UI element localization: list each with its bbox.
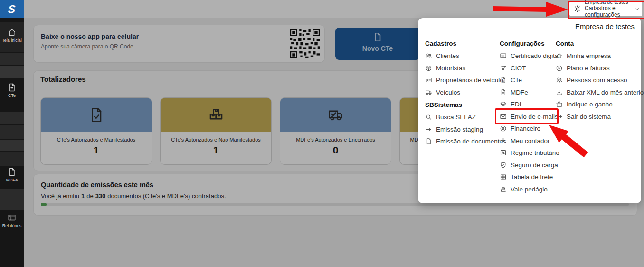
users-icon <box>556 76 563 84</box>
mail-icon <box>500 113 507 120</box>
menu-item-label: Veículos <box>436 89 460 96</box>
menu-item-label: CTe <box>511 76 522 84</box>
popover-company-title: Empresa de testes <box>575 22 635 30</box>
menu-item-label: Clientes <box>436 52 459 59</box>
menu-item-label: Baixar XML do mês anterior <box>567 89 644 96</box>
sidebar-item-mdfe[interactable]: MDFe <box>0 167 24 182</box>
menu-item-label: Envio de e-mails <box>511 113 558 120</box>
company-menu-button[interactable]: Empresa de testes Cadastros e configuraç… <box>569 1 642 16</box>
menu-header-configuracoes: Configurações <box>500 37 556 50</box>
menu-item-emissao-staging[interactable]: Emissão staging <box>425 124 499 136</box>
id-card-icon <box>425 76 432 84</box>
sidebar-redacted-block <box>0 53 24 65</box>
menu-item-label: Plano e faturas <box>567 65 610 72</box>
search-icon <box>425 114 432 121</box>
sidebar-redacted-block <box>0 152 24 166</box>
menu-item-proprietarios-de-veiculo[interactable]: Proprietários de veículo <box>425 74 499 86</box>
menu-item-indique-e-ganhe[interactable]: Indique e ganhe <box>556 98 636 111</box>
app-logo[interactable]: S <box>0 0 24 18</box>
menu-item-minha-empresa[interactable]: Minha empresa <box>556 50 636 62</box>
download-icon <box>556 89 563 96</box>
menu-item-label: Financeiro <box>511 125 540 132</box>
menu-item-emissao-de-documentos[interactable]: Emissão de documentos <box>425 135 499 148</box>
percent-icon <box>500 149 507 156</box>
menu-header-conta: Conta <box>556 37 636 50</box>
menu-item-pessoas-com-acesso[interactable]: Pessoas com acesso <box>556 74 636 86</box>
menu-item-label: Emissão staging <box>436 126 483 133</box>
menu-item-cte[interactable]: CTe <box>500 74 556 86</box>
gear-icon <box>573 5 581 13</box>
menu-item-label: Meu contador <box>511 137 550 144</box>
menu-item-certificado-digital[interactable]: Certificado digital <box>500 50 556 62</box>
logo-s-glyph: S <box>8 3 16 16</box>
sidebar-item-label: MDFe <box>0 178 24 182</box>
sidebar-redacted-block <box>0 189 24 210</box>
gift-icon <box>556 101 563 108</box>
menu-item-financeiro[interactable]: Financeiro <box>500 123 556 135</box>
sidebar: S Tela inicial CTe MDFe Relatórios <box>0 0 24 267</box>
layers-icon <box>500 101 507 108</box>
document-icon <box>425 138 432 145</box>
menu-item-label: Sair do sistema <box>567 113 611 120</box>
sidebar-item-label: Tela inicial <box>0 38 24 43</box>
menu-item-label: Seguro de carga <box>511 162 558 169</box>
document-icon <box>500 89 507 96</box>
menu-item-edi[interactable]: EDI <box>500 98 556 111</box>
menu-item-ciot[interactable]: CIOT <box>500 62 556 75</box>
reports-icon <box>7 213 17 222</box>
menu-item-regime-tributario[interactable]: Regime tributário <box>500 147 556 159</box>
menu-item-busca-sefaz[interactable]: Busca SEFAZ <box>425 111 499 124</box>
menu-item-plano-e-faturas[interactable]: Plano e faturas <box>556 62 636 75</box>
menu-item-label: EDI <box>511 101 521 108</box>
menu-item-label: CIOT <box>511 65 526 72</box>
sidebar-item-label: Relatórios <box>0 223 24 228</box>
menu-item-veiculos[interactable]: Veículos <box>425 86 499 99</box>
menu-item-tabela-de-frete[interactable]: Tabela de frete <box>500 171 556 183</box>
menu-item-motoristas[interactable]: Motoristas <box>425 62 499 75</box>
cte-document-icon <box>7 83 17 92</box>
sidebar-item-cte[interactable]: CTe <box>0 83 24 98</box>
menu-item-label: Indique e ganhe <box>567 101 613 108</box>
shield-icon <box>500 162 507 169</box>
menu-item-label: Vale pedágio <box>511 186 548 193</box>
menu-column-cadastros: Cadastros Clientes Motoristas Proprietár… <box>425 37 499 148</box>
company-button-text: Empresa de testes Cadastros e configuraç… <box>585 0 630 19</box>
menu-item-label: Minha empresa <box>567 52 611 59</box>
menu-item-label: Proprietários de veículo <box>436 76 503 84</box>
person-icon <box>500 137 507 144</box>
mdfe-document-icon <box>7 167 17 177</box>
logout-icon <box>556 113 563 120</box>
menu-item-label: Tabela de frete <box>511 173 553 181</box>
menu-item-baixar-xml[interactable]: Baixar XML do mês anterior <box>556 86 636 99</box>
truck-icon <box>425 89 432 96</box>
home-icon <box>7 28 17 37</box>
menu-item-label: Certificado digital <box>511 52 560 59</box>
menu-item-seguro-de-carga[interactable]: Seguro de carga <box>500 159 556 172</box>
chevron-down-icon <box>634 6 640 12</box>
menu-header-cadastros: Cadastros <box>425 37 499 50</box>
menu-item-label: Emissão de documentos <box>436 138 506 145</box>
network-nodes-icon <box>500 65 507 72</box>
settings-popover-menu: Empresa de testes Cadastros Clientes Mot… <box>418 18 641 203</box>
menu-item-label: Pessoas com acesso <box>567 76 627 84</box>
sidebar-item-relatorios[interactable]: Relatórios <box>0 213 24 228</box>
menu-item-mdfe[interactable]: MDFe <box>500 86 556 99</box>
dollar-circle-icon <box>556 65 563 72</box>
menu-item-label: MDFe <box>511 89 528 96</box>
menu-item-label: Motoristas <box>436 65 465 72</box>
menu-item-vale-pedagio[interactable]: Vale pedágio <box>500 183 556 196</box>
menu-column-configuracoes: Configurações Certificado digital CIOT C… <box>500 37 556 195</box>
sidebar-redacted-block <box>0 66 24 78</box>
menu-item-meu-contador[interactable]: Meu contador <box>500 135 556 147</box>
menu-item-sair-do-sistema[interactable]: Sair do sistema <box>556 111 636 123</box>
sidebar-redacted-block <box>0 140 24 151</box>
toll-gate-icon <box>500 186 507 193</box>
coin-icon <box>500 125 507 132</box>
app-window: S Tela inicial CTe MDFe Relatórios Atual… <box>0 0 644 267</box>
table-grid-icon <box>500 173 507 181</box>
sidebar-item-tela-inicial[interactable]: Tela inicial <box>0 28 24 43</box>
sidebar-redacted-block <box>0 112 24 124</box>
menu-item-clientes[interactable]: Clientes <box>425 50 499 62</box>
steering-wheel-icon <box>425 65 432 72</box>
menu-item-envio-de-emails[interactable]: Envio de e-mails <box>500 111 556 123</box>
